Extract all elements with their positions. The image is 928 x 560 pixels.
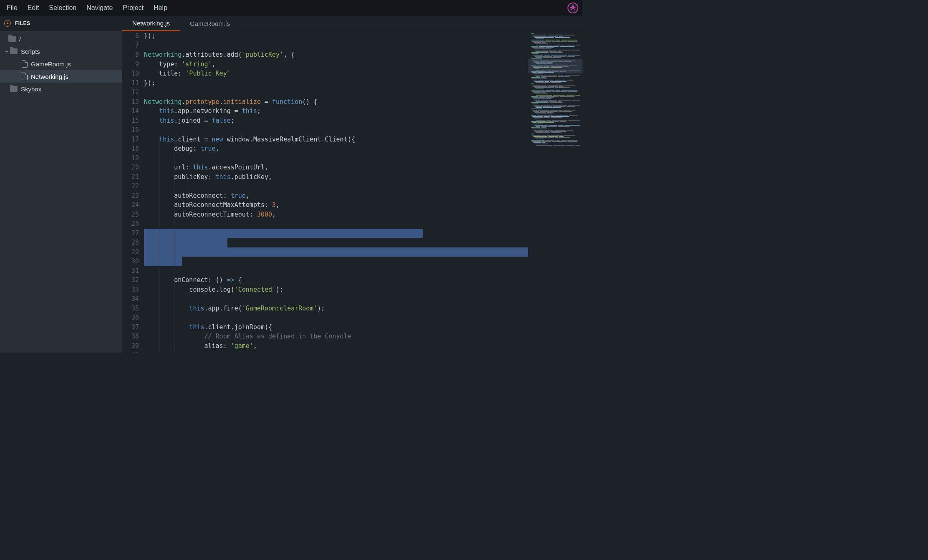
code-line[interactable]: // Room Alias as defined in the Console bbox=[144, 332, 528, 341]
avatar[interactable] bbox=[567, 3, 578, 13]
files-panel-label: FILES bbox=[15, 20, 30, 26]
folder-icon bbox=[8, 36, 16, 42]
menu-file[interactable]: File bbox=[2, 0, 23, 16]
collapse-icon: − bbox=[3, 48, 10, 54]
menu-project[interactable]: Project bbox=[118, 0, 149, 16]
code-line[interactable] bbox=[144, 351, 528, 353]
tree-folder-scripts[interactable]: − Scripts bbox=[0, 45, 122, 58]
code-line[interactable] bbox=[144, 125, 528, 135]
files-panel-header[interactable]: FILES bbox=[0, 16, 122, 31]
code-line[interactable]: title: 'Public Key' bbox=[144, 69, 528, 78]
tree-file-gameroom[interactable]: GameRoom.js bbox=[0, 58, 122, 70]
sidebar: FILES / − Scripts GameRoom.js Networking… bbox=[0, 16, 122, 353]
code-line[interactable]: publicKey: this.publicKey, bbox=[144, 172, 528, 182]
tree-root[interactable]: / bbox=[0, 33, 122, 45]
minimap-viewport[interactable] bbox=[528, 59, 583, 73]
code-line[interactable] bbox=[144, 182, 528, 191]
svg-rect-0 bbox=[570, 7, 572, 8]
code-line[interactable]: Networking.prototype.initialize = functi… bbox=[144, 97, 528, 107]
code-line[interactable]: autoReconnectMaxAttempts: 3, bbox=[144, 200, 528, 210]
menubar-items: File Edit Selection Navigate Project Hel… bbox=[2, 0, 172, 16]
code-line[interactable] bbox=[144, 41, 528, 50]
code-line[interactable]: autoReconnect: true, bbox=[144, 191, 528, 201]
tab-networking[interactable]: Networking.js bbox=[122, 16, 180, 31]
svg-rect-2 bbox=[572, 5, 574, 9]
code-line[interactable]: debug: true, bbox=[144, 144, 528, 154]
svg-rect-3 bbox=[571, 9, 572, 10]
avatar-icon bbox=[569, 4, 577, 12]
code-line[interactable] bbox=[144, 266, 528, 276]
menu-edit[interactable]: Edit bbox=[23, 0, 44, 16]
code-line[interactable] bbox=[144, 294, 528, 304]
code-line[interactable]: }); bbox=[144, 78, 528, 88]
menu-selection[interactable]: Selection bbox=[44, 0, 81, 16]
editor-tabs: Networking.js GameRoom.js bbox=[122, 16, 583, 31]
tab-gameroom[interactable]: GameRoom.js bbox=[180, 16, 240, 31]
tabs-spacer bbox=[240, 16, 583, 31]
menu-help[interactable]: Help bbox=[149, 0, 172, 16]
tree-file-label: GameRoom.js bbox=[31, 61, 71, 68]
code-editor[interactable]: 6789101112131415161718192021222324252627… bbox=[122, 31, 528, 353]
code-line[interactable] bbox=[144, 88, 528, 97]
tree-folder-label: Scripts bbox=[21, 48, 40, 55]
file-icon bbox=[22, 60, 28, 68]
code-line[interactable]: url: this.accessPointUrl, bbox=[144, 163, 528, 172]
code-line[interactable]: this.app.fire('GameRoom:clearRoom'); bbox=[144, 304, 528, 313]
code-line[interactable]: autoReconnectTimeout: 3000, bbox=[144, 210, 528, 219]
tree-file-label: Networking.js bbox=[31, 73, 68, 80]
editor-area: Networking.js GameRoom.js 67891011121314… bbox=[122, 16, 583, 353]
tree-root-label: / bbox=[19, 35, 21, 43]
tree-file-networking[interactable]: Networking.js bbox=[0, 70, 122, 83]
code-line[interactable]: this.client = new window.MassiveRealmCli… bbox=[144, 135, 528, 144]
code-line[interactable] bbox=[144, 219, 528, 229]
code-line[interactable]: alias: 'game', bbox=[144, 341, 528, 351]
code-line[interactable] bbox=[144, 154, 528, 163]
svg-rect-1 bbox=[574, 7, 575, 8]
svg-rect-4 bbox=[574, 9, 575, 10]
code-line[interactable]: console.log('Connected'); bbox=[144, 285, 528, 295]
file-icon bbox=[22, 73, 28, 80]
code-line[interactable]: this.joined = false; bbox=[144, 116, 528, 126]
code-line[interactable]: this.app.networking = this; bbox=[144, 106, 528, 116]
code-line[interactable]: type: 'string', bbox=[144, 60, 528, 69]
code-line[interactable] bbox=[144, 313, 528, 323]
code-line[interactable]: }); bbox=[144, 31, 528, 41]
code-line[interactable]: onConnect: () => { bbox=[144, 275, 528, 285]
code-content[interactable]: });Networking.attributes.add('publicKey'… bbox=[144, 31, 528, 353]
folder-icon bbox=[10, 86, 18, 92]
line-number-gutter: 6789101112131415161718192021222324252627… bbox=[122, 31, 144, 353]
tree-folder-skybox[interactable]: Skybox bbox=[0, 83, 122, 95]
tree-folder-label: Skybox bbox=[21, 86, 41, 93]
menubar: File Edit Selection Navigate Project Hel… bbox=[0, 0, 583, 16]
folder-icon bbox=[10, 48, 18, 54]
file-tree: / − Scripts GameRoom.js Networking.js Sk… bbox=[0, 31, 122, 95]
code-line[interactable]: this.client.joinRoom({ bbox=[144, 323, 528, 332]
minimap[interactable] bbox=[528, 31, 583, 353]
target-icon bbox=[4, 20, 11, 27]
code-line[interactable]: Networking.attributes.add('publicKey', { bbox=[144, 50, 528, 60]
menu-navigate[interactable]: Navigate bbox=[81, 0, 118, 16]
code-line[interactable]: }, bbox=[144, 257, 528, 266]
